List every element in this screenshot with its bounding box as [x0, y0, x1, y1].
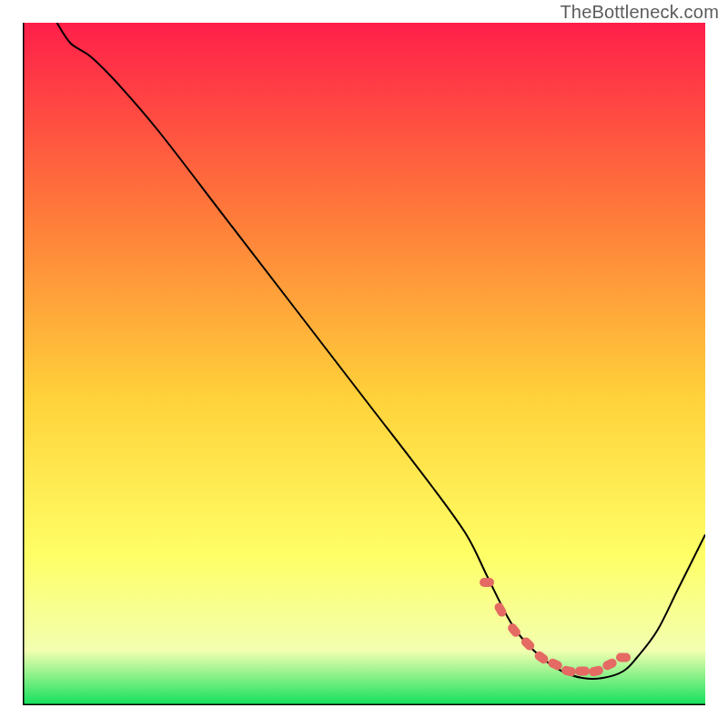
axis-spines	[23, 23, 705, 705]
highlight-bead	[602, 657, 619, 672]
highlight-beads	[480, 578, 631, 677]
highlight-bead	[480, 578, 494, 587]
plot-svg	[23, 23, 705, 705]
highlight-bead	[575, 667, 590, 676]
plot-area	[23, 23, 705, 705]
highlight-bead	[616, 653, 631, 662]
bottleneck-curve	[57, 23, 706, 679]
highlight-bead	[588, 665, 604, 678]
watermark-text: TheBottleneck.com	[560, 2, 719, 23]
highlight-bead	[547, 657, 564, 672]
highlight-bead	[493, 602, 509, 619]
